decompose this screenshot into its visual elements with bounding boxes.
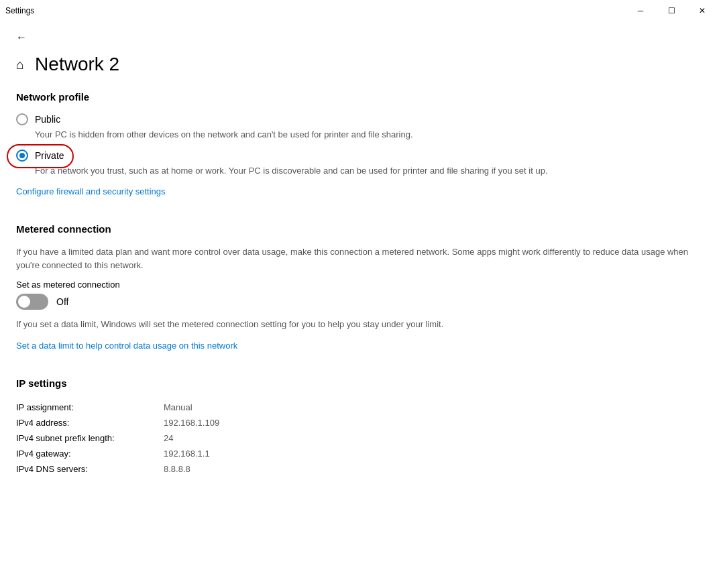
ip-value: 24 [164,433,173,443]
title-bar-controls: ─ ☐ ✕ [625,0,718,21]
metered-toggle[interactable] [16,294,48,310]
toggle-state-label: Off [56,296,68,307]
data-limit-link[interactable]: Set a data limit to help control data us… [16,341,237,351]
ip-settings-section: IP settings IP assignment:ManualIPv4 add… [16,377,707,477]
network-profile-section: Network profile Public Your PC is hidden… [16,91,707,213]
table-row: IP assignment:Manual [16,400,707,415]
ip-value: 8.8.8.8 [164,464,190,474]
table-row: IPv4 address:192.168.1.109 [16,415,707,430]
metered-toggle-container: Off [16,294,707,310]
title-bar-title: Settings [5,6,34,15]
network-profile-heading: Network profile [16,91,707,103]
ip-key: IPv4 gateway: [16,449,164,459]
metered-info-text: If you set a data limit, Windows will se… [16,318,707,331]
content-area: ⌂ Network 2 Network profile Public Your … [0,54,723,588]
private-radio-option[interactable]: Private [16,150,707,162]
set-metered-label: Set as metered connection [16,280,707,290]
page-title: Network 2 [35,54,119,75]
ip-settings-table: IP assignment:ManualIPv4 address:192.168… [16,400,707,477]
back-button[interactable]: ← [11,27,32,48]
ip-key: IPv4 DNS servers: [16,464,164,474]
ip-value: 192.168.1.1 [164,449,210,459]
public-description: Your PC is hidden from other devices on … [35,128,707,141]
title-bar: Settings ─ ☐ ✕ [0,0,723,21]
ip-settings-heading: IP settings [16,377,707,389]
restore-button[interactable]: ☐ [656,0,687,21]
public-radio-option[interactable]: Public [16,113,707,125]
metered-connection-heading: Metered connection [16,223,707,235]
home-icon: ⌂ [16,57,24,72]
private-radio-wrapper [16,150,28,162]
close-button[interactable]: ✕ [687,0,718,21]
ip-key: IPv4 subnet prefix length: [16,433,164,443]
title-bar-left: Settings [5,6,34,15]
toggle-knob [18,296,30,308]
header-bar: ← [0,21,723,54]
table-row: IPv4 DNS servers:8.8.8.8 [16,461,707,477]
metered-connection-section: Metered connection If you have a limited… [16,223,707,367]
private-radio-label: Private [35,150,64,161]
page-header: ⌂ Network 2 [16,54,707,75]
private-description: For a network you trust, such as at home… [35,164,707,178]
ip-value: 192.168.1.109 [164,418,219,428]
ip-key: IPv4 address: [16,418,164,428]
table-row: IPv4 gateway:192.168.1.1 [16,446,707,461]
public-radio-input[interactable] [16,113,28,125]
ip-value: Manual [164,402,192,412]
private-radio-input[interactable] [16,150,28,162]
minimize-button[interactable]: ─ [625,0,656,21]
ip-key: IP assignment: [16,402,164,412]
metered-description: If you have a limited data plan and want… [16,245,707,272]
public-radio-label: Public [35,114,60,125]
firewall-settings-link[interactable]: Configure firewall and security settings [16,186,166,196]
table-row: IPv4 subnet prefix length:24 [16,430,707,446]
